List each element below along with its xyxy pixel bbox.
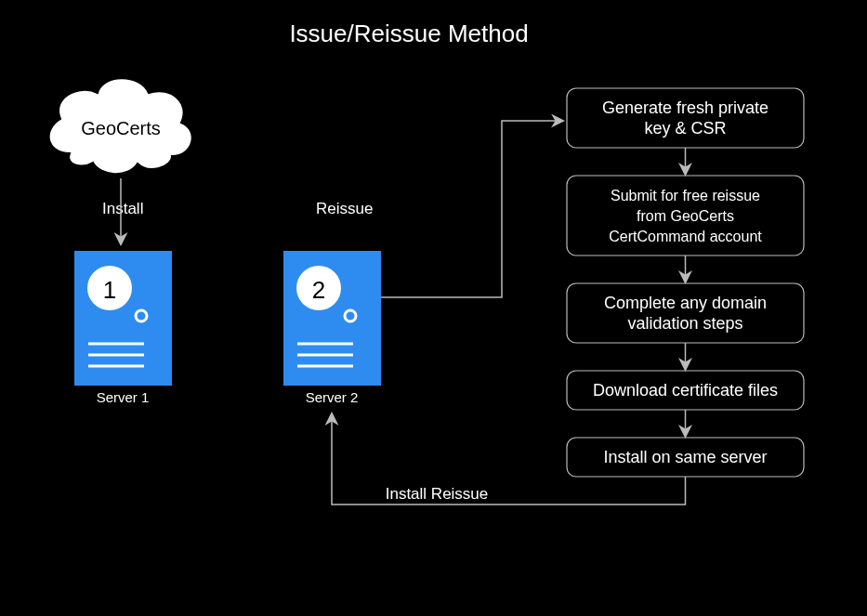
step-2-line-3: CertCommand account	[609, 229, 762, 244]
step-2-line-1: Submit for free reissue	[611, 188, 760, 203]
step-3-line-1: Complete any domain	[604, 294, 767, 312]
install-reissue-label: Install Reissue	[386, 485, 489, 503]
server-1-caption: Server 1	[97, 389, 150, 405]
diagram-canvas: Issue/Reissue Method GeoCerts Install 1 …	[0, 0, 867, 616]
server-1-badge: 1	[103, 276, 116, 304]
cloud-label: GeoCerts	[81, 118, 161, 138]
step-3-line-2: validation steps	[627, 314, 742, 333]
geocerts-cloud: GeoCerts	[49, 78, 192, 174]
server-2: 2 Server 2	[283, 251, 381, 405]
install-label: Install	[102, 200, 143, 217]
server-2-caption: Server 2	[306, 389, 359, 405]
step-2-line-2: from GeoCerts	[637, 208, 734, 224]
step-1-line-2: key & CSR	[644, 119, 726, 138]
arrow-server2-to-step1	[381, 121, 562, 297]
server-1: 1 Server 1	[74, 251, 172, 405]
step-4-line-1: Download certificate files	[593, 381, 778, 400]
step-5-line-1: Install on same server	[603, 448, 767, 466]
step-1-line-1: Generate fresh private	[602, 98, 768, 117]
server-2-badge: 2	[312, 276, 325, 304]
reissue-label: Reissue	[316, 200, 373, 217]
page-title: Issue/Reissue Method	[289, 20, 528, 47]
